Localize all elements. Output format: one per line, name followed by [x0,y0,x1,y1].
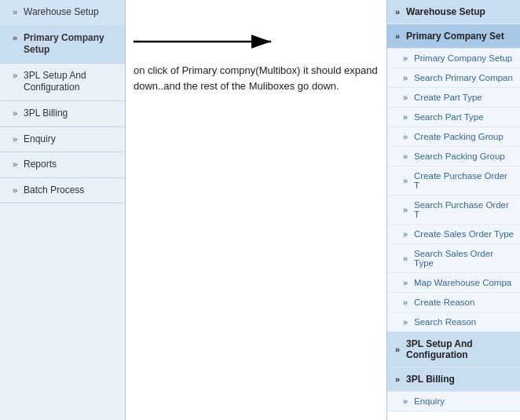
right-item-map-warehouse-compa[interactable]: »Map Warehouse Compa [387,273,520,293]
right-item-create-reason[interactable]: »Create Reason [387,293,520,312]
sidebar-item-label: 3PL Setup And Configuration [24,70,117,94]
chevron-icon: » [13,7,20,16]
right-item-search-packing-group[interactable]: »Search Packing Group [387,147,520,166]
sidebar-item-3pl-billing[interactable]: »3PL Billing [0,101,125,127]
chevron-icon: » [403,298,411,307]
right-item-search-primary-company[interactable]: »Search Primary Compan [387,68,520,88]
chevron-icon: » [395,7,403,16]
chevron-icon: » [13,185,20,195]
chevron-icon: » [403,396,411,406]
sidebar-item-primary-company[interactable]: »Primary Company Setup [0,26,125,64]
chevron-icon: » [403,254,411,263]
right-item-search-part-type[interactable]: »Search Part Type [387,108,520,127]
right-item-label: Search Purchase Order T [414,200,514,219]
chevron-icon: » [395,31,403,41]
right-item-label: Create Reason [414,298,474,307]
right-item-3pl-setup-header[interactable]: »3PL Setup And Configuration [387,332,520,367]
chevron-icon: » [13,108,20,118]
sidebar-item-label: Batch Process [24,184,84,197]
right-sidebar: »Warehouse Setup»Primary Company Set»Pri… [386,0,520,420]
sidebar-item-enquiry[interactable]: »Enquiry [0,127,125,153]
right-item-label: Search Reason [414,317,476,327]
annotation-label: on click of Primary compny(Multibox) it … [134,64,378,92]
right-item-label: Create Packing Group [414,132,504,141]
chevron-icon: » [13,159,20,169]
right-item-label: 3PL Setup And Configuration [406,338,473,360]
sidebar-item-label: 3PL Billing [24,108,68,120]
chevron-icon: » [13,71,20,80]
chevron-icon: » [13,134,20,144]
chevron-icon: » [403,73,411,82]
sidebar-item-3pl-setup[interactable]: »3PL Setup And Configuration [0,64,125,101]
sidebar-item-label: Enquiry [24,133,56,146]
right-item-label: Create Sales Order Type [414,229,514,239]
right-item-primary-company-setup[interactable]: »Primary Company Setup [387,49,520,68]
right-item-warehouse-setup-header[interactable]: »Warehouse Setup [387,0,520,24]
right-item-label: Warehouse Setup [406,6,485,17]
right-item-label: Primary Company Set [406,31,504,42]
chevron-icon: » [403,176,411,185]
sidebar-item-label: Warehouse Setup [24,6,99,19]
annotation-text: on click of Primary compny(Multibox) it … [134,63,379,93]
right-item-create-part-type[interactable]: »Create Part Type [387,88,520,108]
chevron-icon: » [13,33,20,42]
right-item-label: Search Sales Order Type [414,249,514,268]
sidebar-item-warehouse-setup[interactable]: »Warehouse Setup [0,0,125,26]
right-item-create-packing-group[interactable]: »Create Packing Group [387,127,520,147]
sidebar-item-label: Primary Company Setup [24,32,117,57]
right-item-search-purchase-order-t[interactable]: »Search Purchase Order T [387,195,520,225]
right-item-3pl-billing-header[interactable]: »3PL Billing [387,367,520,392]
right-item-label: Create Part Type [414,93,482,102]
right-item-create-purchase-order-t[interactable]: »Create Purchase Order T [387,166,520,195]
arrow-container [126,22,386,64]
chevron-icon: » [403,205,411,214]
chevron-icon: » [403,112,411,122]
arrow-svg [126,22,283,61]
sidebar-item-label: Reports [24,159,57,171]
right-item-primary-company-set-header[interactable]: »Primary Company Set [387,24,520,49]
sidebar-item-batch-process[interactable]: »Batch Process [0,178,125,204]
sidebar-item-reports[interactable]: »Reports [0,152,125,178]
chevron-icon: » [395,345,403,354]
right-item-label: Enquiry [414,396,445,406]
right-item-create-sales-order-type[interactable]: »Create Sales Order Type [387,225,520,244]
chevron-icon: » [395,374,403,384]
chevron-icon: » [403,53,411,63]
chevron-icon: » [403,132,411,141]
middle-area: on click of Primary compny(Multibox) it … [126,0,386,420]
chevron-icon: » [403,93,411,102]
chevron-icon: » [403,278,411,287]
right-item-label: Search Primary Compan [414,73,513,82]
right-item-label: Map Warehouse Compa [414,278,511,287]
chevron-icon: » [403,317,411,327]
right-item-label: Create Purchase Order T [414,171,514,190]
right-item-enquiry-header[interactable]: »Enquiry [387,392,520,411]
right-item-search-reason[interactable]: »Search Reason [387,312,520,332]
right-item-search-sales-order-type[interactable]: »Search Sales Order Type [387,244,520,273]
chevron-icon: » [403,229,411,239]
right-item-label: 3PL Billing [406,374,455,385]
right-item-label: Search Packing Group [414,152,505,161]
left-sidebar: »Warehouse Setup»Primary Company Setup»3… [0,0,126,420]
right-item-label: Primary Company Setup [414,53,512,63]
chevron-icon: » [403,152,411,161]
right-item-label: Search Part Type [414,112,484,122]
